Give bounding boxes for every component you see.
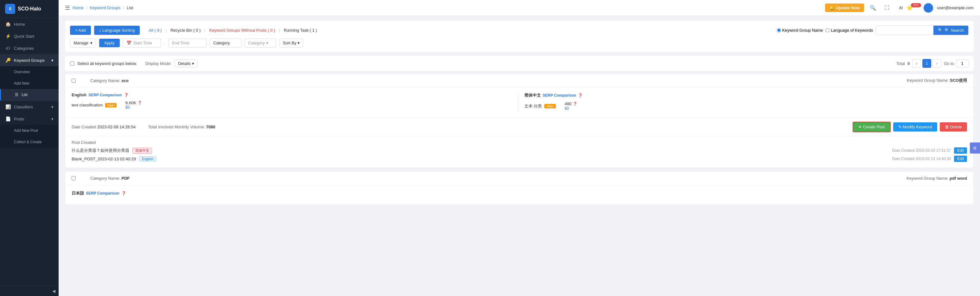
tab-all[interactable]: All ( 9 ): [146, 27, 164, 34]
tab-without-posts[interactable]: Keyword Groups Without Posts ( 0 ): [207, 27, 278, 34]
question-icon-cn[interactable]: ❓: [578, 93, 583, 98]
apply-button[interactable]: Apply: [99, 39, 120, 47]
vol-question-icon[interactable]: ❓: [137, 101, 142, 105]
tab-recycle-bin[interactable]: Recycle Bin ( 0 ): [168, 27, 203, 34]
sidebar-item-add-new-post[interactable]: Add New Post: [0, 125, 59, 136]
sidebar-item-add-new[interactable]: Add New: [0, 78, 59, 89]
vol-question-icon-cn[interactable]: ❓: [573, 102, 577, 106]
home-icon: 🏠: [5, 22, 11, 27]
posts-icon: 📄: [5, 116, 11, 121]
sidebar-label-list: List: [22, 92, 27, 97]
post-date-1: Date Created 2023-02-10 17:31:37: [892, 148, 951, 153]
display-mode-select[interactable]: Details ▾: [175, 60, 198, 67]
date-created-label: Date Created 2023-02-09 14:26:54: [72, 124, 135, 129]
toolbar: + Add ↕ Language Sorting All ( 9 ) | Rec…: [65, 21, 974, 52]
question-icon-en[interactable]: ❓: [124, 93, 129, 97]
monthly-volume: Total Involved Monthly Volume: 7080: [148, 124, 215, 129]
settings-float-button[interactable]: ⚙: [970, 143, 980, 154]
sidebar-sub-keyword-groups: Overview Add New ☰ List: [0, 66, 59, 100]
category-name-2: Category Name: PDF: [90, 176, 130, 181]
sidebar-label-posts: Posts: [14, 117, 24, 121]
delete-button[interactable]: 🗑 Delete: [940, 123, 967, 132]
post-lang-badge-en: English: [139, 156, 156, 161]
sidebar-item-overview[interactable]: Overview: [0, 66, 59, 78]
radio-language-of-keywords[interactable]: Language of Keywords: [826, 28, 873, 33]
sidebar-item-collect-create[interactable]: Collect & Create: [0, 136, 59, 148]
language-sorting-button[interactable]: ↕ Language Sorting: [94, 25, 140, 35]
sidebar-label-home: Home: [14, 22, 25, 27]
sidebar-item-classifiers[interactable]: 📊 Classifiers ▾: [0, 101, 59, 113]
select-all-checkbox[interactable]: [70, 62, 74, 65]
keyword-group-card-2: Category Name: PDF Keyword Group Name: p…: [65, 171, 974, 205]
collapse-button[interactable]: ◀: [0, 286, 59, 296]
page-1-button[interactable]: 1: [922, 59, 931, 68]
post-lang-badge-cn: 简体中文: [132, 148, 152, 154]
sidebar-bottom: ◀: [0, 286, 59, 296]
kw-col-chinese: 简体中文 SERP Comparison ❓ 文本 分类 Main 480 ❓: [521, 92, 967, 113]
sidebar-item-home[interactable]: 🏠 Home: [0, 18, 59, 30]
search-input[interactable]: [877, 26, 934, 35]
sidebar-item-categories[interactable]: 🏷 Categories: [0, 42, 59, 54]
sidebar-label-categories: Categories: [14, 46, 34, 51]
page-next-button[interactable]: ›: [932, 59, 941, 68]
breadcrumb-home[interactable]: Home: [73, 5, 84, 10]
update-now-button[interactable]: 🔔 Update Now: [825, 3, 864, 12]
add-button[interactable]: + Add: [70, 25, 91, 35]
sort-by-select[interactable]: Sort By ▾: [280, 38, 304, 48]
start-time-input[interactable]: 📅 Start Time: [123, 38, 161, 48]
post-row-2: Blank_POST_2023-02-13 02:40:29 English D…: [72, 156, 967, 162]
end-time-input[interactable]: End Time: [169, 38, 207, 48]
avatar[interactable]: [924, 3, 933, 13]
modify-keyword-button[interactable]: ✎ Modify Keyword: [893, 123, 937, 132]
sidebar-item-keyword-groups[interactable]: 🔑 Keyword Groups ▾: [0, 54, 59, 66]
question-icon-jp[interactable]: ❓: [121, 191, 126, 196]
search-button[interactable]: 🔍 🔍 Search: [934, 25, 968, 35]
sidebar-item-posts[interactable]: 📄 Posts ▾: [0, 113, 59, 125]
category-dropdown[interactable]: Category ▾: [245, 38, 276, 48]
breadcrumb-keyword-groups[interactable]: Keyword Groups: [90, 5, 120, 10]
hamburger-icon[interactable]: ☰: [65, 5, 70, 11]
post-title-1[interactable]: 什么是分类器？如何使用分类器: [72, 148, 129, 153]
kw-row-cn-1: 文本 分类 Main 480 ❓ $0: [524, 102, 964, 111]
post-created-section: Post Created 什么是分类器？如何使用分类器 简体中文 Date Cr…: [65, 136, 974, 168]
topbar-right: 🔔 Update Now 🔍 ⛶ AI ⭐2831 user@example.c…: [825, 3, 974, 13]
toolbar-row2: Manage ▾ Apply 📅 Start Time - End Time C…: [70, 38, 969, 48]
page-goto-input[interactable]: [956, 60, 969, 67]
card-checkbox-1[interactable]: [72, 79, 76, 83]
radio-keyword-group-name[interactable]: Keyword Group Name: [777, 28, 823, 33]
search-icon-topbar[interactable]: 🔍: [868, 3, 878, 13]
sidebar-logo: S SCO·Halo: [0, 0, 59, 18]
manage-select[interactable]: Manage ▾: [70, 38, 96, 48]
user-name: user@example.com: [937, 5, 974, 10]
tab-running-task[interactable]: Running Task ( 1 ): [281, 27, 320, 34]
card-footer-1: Date Created 2023-02-09 14:26:54 Total I…: [65, 118, 974, 136]
display-bar-left: Select all keyword groups below. Display…: [70, 60, 198, 67]
kw-col-header-chinese: 简体中文 SERP Comparison ❓: [524, 92, 964, 98]
kw-group-name-1: Keyword Group Name: SCO使用: [907, 78, 967, 83]
sidebar-item-list[interactable]: ☰ List: [0, 89, 59, 100]
card-actions-1: ✦ Create Post ✎ Modify Keyword 🗑 Delete: [853, 122, 967, 132]
star-icon[interactable]: ⭐2831: [910, 3, 920, 13]
pagination: ‹ 1 ›: [912, 59, 941, 68]
ai-icon[interactable]: AI: [896, 3, 906, 13]
sidebar-label-quick-start: Quick Start: [14, 34, 34, 39]
card-checkbox-2[interactable]: [72, 176, 76, 180]
post-date-2: Date Created 2023-02-13 14:40:30: [892, 156, 951, 161]
post-created-label: Post Created: [72, 140, 967, 145]
post-title-2[interactable]: Blank_POST_2023-02-13 02:40:29: [72, 156, 136, 161]
post-edit-button-2[interactable]: Edit: [954, 156, 967, 162]
page-prev-button[interactable]: ‹: [912, 59, 921, 68]
categories-icon: 🏷: [5, 46, 11, 51]
logo-text: SCO·Halo: [18, 6, 41, 12]
keyword-group-card-1: Category Name: sco Keyword Group Name: S…: [65, 73, 974, 168]
main-content: ☰ Home / Keyword Groups / List 🔔 Update …: [59, 0, 980, 296]
column-divider: [518, 92, 518, 113]
content-area: + Add ↕ Language Sorting All ( 9 ) | Rec…: [59, 16, 980, 296]
sidebar-item-quick-start[interactable]: ⚡ Quick Start: [0, 30, 59, 42]
post-edit-button-1[interactable]: Edit: [954, 147, 967, 154]
expand-icon[interactable]: ⛶: [882, 3, 892, 13]
keyword-groups-icon: 🔑: [5, 58, 11, 63]
create-post-button[interactable]: ✦ Create Post: [853, 122, 890, 132]
post-row-1: 什么是分类器？如何使用分类器 简体中文 Date Created 2023-02…: [72, 147, 967, 154]
chevron-right-icon: ▾: [51, 105, 54, 109]
